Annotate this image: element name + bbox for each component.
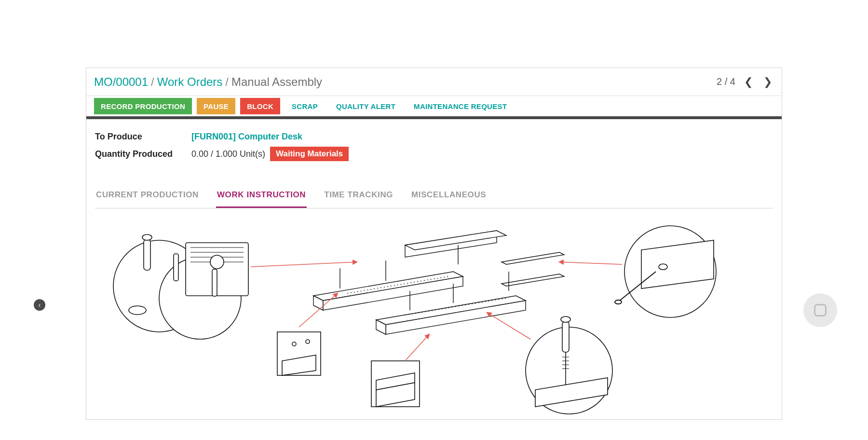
to-produce-row: To Produce [FURN001] Computer Desk	[95, 132, 773, 142]
svg-marker-9	[502, 274, 564, 286]
chevron-right-icon[interactable]: ❯	[761, 74, 774, 90]
svg-rect-28	[174, 254, 178, 281]
breadcrumb-bar: MO/00001 / Work Orders / Manual Assembly…	[86, 68, 782, 96]
info-block: To Produce [FURN001] Computer Desk Quant…	[95, 119, 773, 172]
svg-line-54	[405, 334, 429, 361]
svg-point-46	[561, 316, 570, 322]
work-order-card: MO/00001 / Work Orders / Manual Assembly…	[86, 68, 782, 420]
tabs: CURRENT PRODUCTION WORK INSTRUCTION TIME…	[95, 184, 773, 208]
svg-point-33	[659, 264, 667, 270]
device-back-button[interactable]	[34, 299, 45, 311]
tab-miscellaneous[interactable]: MISCELLANEOUS	[410, 184, 487, 208]
pager-count: 2 / 4	[717, 76, 735, 87]
record-production-button[interactable]: RECORD PRODUCTION	[94, 98, 192, 114]
chevron-left-icon[interactable]: ❮	[742, 74, 755, 90]
to-produce-value[interactable]: [FURN001] Computer Desk	[191, 132, 302, 142]
scrap-button[interactable]: SCRAP	[285, 98, 325, 114]
to-produce-label: To Produce	[95, 132, 191, 142]
svg-point-30	[129, 306, 146, 315]
quantity-produced-label: Quantity Produced	[95, 149, 191, 159]
svg-point-35	[615, 300, 622, 304]
block-button[interactable]: BLOCK	[240, 98, 280, 114]
quantity-produced-row: Quantity Produced 0.00 / 1.000 Unit(s) W…	[95, 147, 773, 161]
quantity-produced-value: 0.00 / 1.000 Unit(s)	[191, 149, 265, 159]
svg-point-27	[142, 234, 152, 240]
pause-button[interactable]: PAUSE	[197, 98, 235, 114]
device-home-button[interactable]	[803, 293, 837, 327]
svg-line-55	[487, 313, 530, 339]
breadcrumb-sep: /	[151, 75, 154, 89]
work-instruction-diagram	[95, 216, 773, 419]
breadcrumb-mo-link[interactable]: MO/00001	[94, 75, 148, 89]
svg-marker-8	[502, 252, 564, 264]
maintenance-request-button[interactable]: MAINTENANCE REQUEST	[407, 98, 514, 114]
tab-time-tracking[interactable]: TIME TRACKING	[323, 184, 394, 208]
svg-line-52	[251, 262, 357, 267]
svg-rect-26	[144, 239, 150, 270]
breadcrumb-current: Manual Assembly	[231, 75, 322, 89]
breadcrumb: MO/00001 / Work Orders / Manual Assembly	[94, 75, 322, 89]
svg-point-39	[306, 340, 310, 344]
tab-current-production[interactable]: CURRENT PRODUCTION	[95, 184, 200, 208]
svg-rect-29	[212, 269, 217, 296]
quality-alert-button[interactable]: QUALITY ALERT	[329, 98, 402, 114]
svg-line-56	[559, 262, 622, 264]
assembly-diagram-svg	[95, 216, 773, 419]
breadcrumb-sep: /	[225, 75, 229, 89]
content-area: To Produce [FURN001] Computer Desk Quant…	[86, 119, 782, 427]
pager: 2 / 4 ❮ ❯	[717, 74, 774, 90]
tab-work-instruction[interactable]: WORK INSTRUCTION	[216, 184, 307, 208]
svg-rect-45	[562, 321, 569, 352]
home-icon	[814, 304, 827, 316]
svg-point-38	[292, 342, 296, 346]
svg-point-25	[210, 255, 224, 269]
breadcrumb-section-link[interactable]: Work Orders	[157, 75, 223, 89]
action-bar: RECORD PRODUCTION PAUSE BLOCK SCRAP QUAL…	[86, 96, 782, 119]
status-badge: Waiting Materials	[270, 147, 349, 161]
